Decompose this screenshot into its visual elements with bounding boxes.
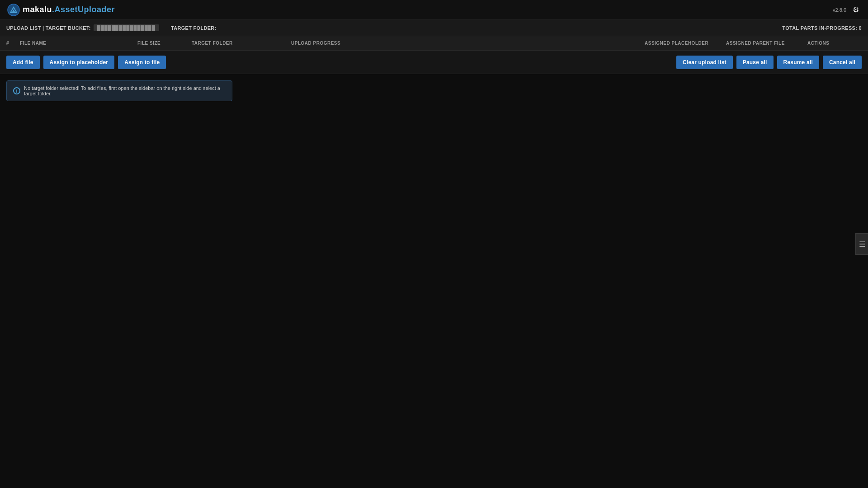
action-bar-left: Add file Assign to placeholder Assign to…: [6, 56, 166, 69]
title-bar-left: makalu.AssetUploader: [7, 4, 115, 16]
action-bar: Add file Assign to placeholder Assign to…: [0, 51, 868, 74]
bucket-value: ████████████████: [94, 24, 159, 31]
col-progress: UPLOAD PROGRESS: [291, 41, 645, 46]
version-text: v2.8.0: [833, 7, 846, 13]
info-message: i No target folder selected! To add file…: [6, 80, 232, 101]
hamburger-icon: ☰: [859, 240, 865, 249]
clear-upload-list-button[interactable]: Clear upload list: [676, 56, 733, 69]
pause-all-button[interactable]: Pause all: [736, 56, 774, 69]
cancel-all-button[interactable]: Cancel all: [823, 56, 862, 69]
col-parentfile: ASSIGNED PARENT FILE: [726, 41, 807, 46]
sidebar-toggle-button[interactable]: ☰: [855, 233, 868, 255]
info-icon: i: [13, 87, 20, 94]
col-filename: FILE NAME: [20, 41, 137, 46]
col-actions: ACTIONS: [807, 41, 862, 46]
assign-to-placeholder-button[interactable]: Assign to placeholder: [43, 56, 115, 69]
assign-to-file-button[interactable]: Assign to file: [118, 56, 166, 69]
gear-icon: ⚙: [853, 6, 859, 14]
title-bar: makalu.AssetUploader v2.8.0 ⚙: [0, 0, 868, 20]
add-file-button[interactable]: Add file: [6, 56, 40, 69]
app-name-makalu: makalu: [23, 5, 52, 14]
col-hash: #: [6, 41, 20, 46]
settings-button[interactable]: ⚙: [851, 4, 861, 16]
app-title: makalu.AssetUploader: [23, 5, 115, 14]
app-name-asset: AssetUploader: [55, 5, 115, 14]
info-message-area: i No target folder selected! To add file…: [0, 74, 868, 108]
target-folder-label: TARGET FOLDER:: [171, 25, 217, 31]
col-placeholder: ASSIGNED PLACEHOLDER: [645, 41, 726, 46]
table-header: # FILE NAME FILE SIZE TARGET FOLDER UPLO…: [0, 36, 868, 51]
upload-list-label: UPLOAD LIST | TARGET BUCKET:: [6, 25, 91, 31]
upload-info-left: UPLOAD LIST | TARGET BUCKET: ███████████…: [6, 24, 217, 31]
total-parts-label: TOTAL PARTS IN-PROGRESS: 0: [782, 25, 862, 31]
action-bar-right: Clear upload list Pause all Resume all C…: [676, 56, 862, 69]
col-filesize: FILE SIZE: [137, 41, 192, 46]
col-targetfolder: TARGET FOLDER: [192, 41, 291, 46]
logo-icon: [7, 4, 20, 16]
resume-all-button[interactable]: Resume all: [777, 56, 819, 69]
upload-info-bar: UPLOAD LIST | TARGET BUCKET: ███████████…: [0, 20, 868, 36]
title-bar-right: v2.8.0 ⚙: [833, 4, 861, 16]
info-message-text: No target folder selected! To add files,…: [24, 85, 226, 96]
